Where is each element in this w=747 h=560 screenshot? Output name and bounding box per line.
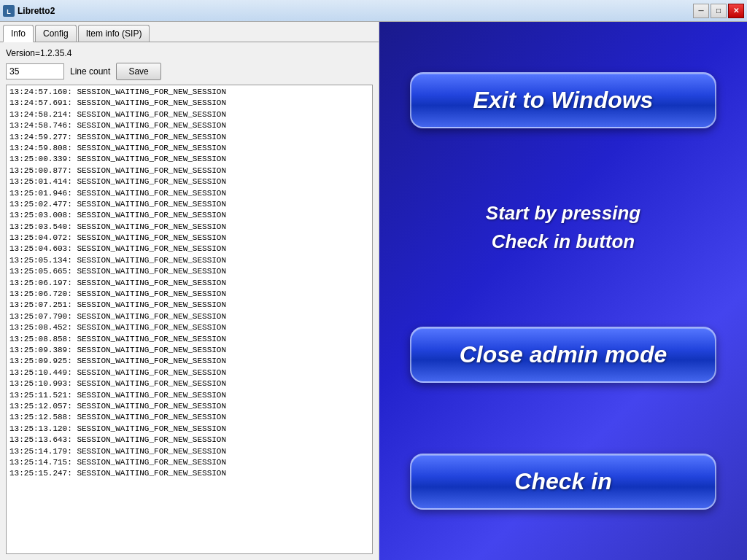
exit-to-windows-button[interactable]: Exit to Windows xyxy=(410,72,716,128)
log-line: 13:24:58.214: SESSION_WAITING_FOR_NEW_SE… xyxy=(9,109,369,120)
log-line: 13:25:03.540: SESSION_WAITING_FOR_NEW_SE… xyxy=(9,222,369,233)
log-line: 13:25:12.588: SESSION_WAITING_FOR_NEW_SE… xyxy=(9,412,369,423)
log-line: 13:25:12.057: SESSION_WAITING_FOR_NEW_SE… xyxy=(9,401,369,412)
log-line: 13:25:13.643: SESSION_WAITING_FOR_NEW_SE… xyxy=(9,435,369,446)
log-line: 13:25:04.603: SESSION_WAITING_FOR_NEW_SE… xyxy=(9,244,369,254)
log-line: 13:25:03.008: SESSION_WAITING_FOR_NEW_SE… xyxy=(9,210,369,221)
log-line: 13:25:05.665: SESSION_WAITING_FOR_NEW_SE… xyxy=(9,266,369,277)
log-line: 13:25:01.414: SESSION_WAITING_FOR_NEW_SE… xyxy=(9,176,369,187)
log-line: 13:25:11.521: SESSION_WAITING_FOR_NEW_SE… xyxy=(9,390,369,401)
log-line: 13:25:14.715: SESSION_WAITING_FOR_NEW_SE… xyxy=(9,457,369,468)
save-button[interactable]: Save xyxy=(116,63,160,80)
tab-bar: Info Config Item info (SIP) xyxy=(0,22,379,42)
main-container: Info Config Item info (SIP) Version=1.2.… xyxy=(0,22,747,560)
tab-item-info[interactable]: Item info (SIP) xyxy=(78,25,150,42)
log-line: 13:25:02.477: SESSION_WAITING_FOR_NEW_SE… xyxy=(9,199,369,210)
log-line: 13:25:13.120: SESSION_WAITING_FOR_NEW_SE… xyxy=(9,424,369,435)
log-line: 13:25:09.389: SESSION_WAITING_FOR_NEW_SE… xyxy=(9,345,369,356)
title-bar: L Libretto2 ─ □ ✕ xyxy=(0,0,747,22)
log-line: 13:25:09.925: SESSION_WAITING_FOR_NEW_SE… xyxy=(9,356,369,367)
version-label: Version=1.2.35.4 xyxy=(6,48,373,58)
log-line: 13:24:58.746: SESSION_WAITING_FOR_NEW_SE… xyxy=(9,120,369,131)
log-line: 13:25:06.720: SESSION_WAITING_FOR_NEW_SE… xyxy=(9,289,369,300)
log-line: 13:24:59.808: SESSION_WAITING_FOR_NEW_SE… xyxy=(9,143,369,154)
log-area[interactable]: 13:24:57.160: SESSION_WAITING_FOR_NEW_SE… xyxy=(6,85,373,554)
log-line: 13:25:01.946: SESSION_WAITING_FOR_NEW_SE… xyxy=(9,188,369,199)
tab-content-info: Version=1.2.35.4 Line count Save 13:24:5… xyxy=(0,42,379,560)
check-in-button[interactable]: Check in xyxy=(410,454,716,510)
log-line: 13:25:10.449: SESSION_WAITING_FOR_NEW_SE… xyxy=(9,368,369,378)
controls-row: Line count Save xyxy=(6,63,373,80)
log-line: 13:25:14.179: SESSION_WAITING_FOR_NEW_SE… xyxy=(9,446,369,457)
tab-config[interactable]: Config xyxy=(35,25,77,42)
right-panel: Exit to Windows Start by pressing Check … xyxy=(379,22,747,560)
line-count-input[interactable] xyxy=(6,63,64,79)
instruction-text: Start by pressing Check in button xyxy=(486,199,640,256)
log-line: 13:24:57.160: SESSION_WAITING_FOR_NEW_SE… xyxy=(9,87,369,98)
tab-info[interactable]: Info xyxy=(3,25,34,42)
log-line: 13:25:06.197: SESSION_WAITING_FOR_NEW_SE… xyxy=(9,278,369,289)
log-line: 13:25:10.993: SESSION_WAITING_FOR_NEW_SE… xyxy=(9,378,369,389)
log-line: 13:25:00.339: SESSION_WAITING_FOR_NEW_SE… xyxy=(9,154,369,165)
minimize-button[interactable]: ─ xyxy=(693,4,709,18)
log-line: 13:25:00.877: SESSION_WAITING_FOR_NEW_SE… xyxy=(9,166,369,176)
close-admin-mode-button[interactable]: Close admin mode xyxy=(410,327,716,383)
maximize-button[interactable]: □ xyxy=(711,4,727,18)
log-line: 13:24:57.691: SESSION_WAITING_FOR_NEW_SE… xyxy=(9,98,369,109)
log-line: 13:25:08.858: SESSION_WAITING_FOR_NEW_SE… xyxy=(9,334,369,345)
log-line: 13:25:08.452: SESSION_WAITING_FOR_NEW_SE… xyxy=(9,322,369,333)
log-line: 13:25:07.790: SESSION_WAITING_FOR_NEW_SE… xyxy=(9,311,369,322)
window-close-button[interactable]: ✕ xyxy=(728,4,744,18)
svg-text:L: L xyxy=(7,8,11,15)
window-title: Libretto2 xyxy=(18,6,55,16)
log-line: 13:25:04.072: SESSION_WAITING_FOR_NEW_SE… xyxy=(9,233,369,244)
app-icon: L xyxy=(3,5,15,17)
title-bar-controls: ─ □ ✕ xyxy=(693,4,744,18)
log-line: 13:25:05.134: SESSION_WAITING_FOR_NEW_SE… xyxy=(9,255,369,266)
line-count-label: Line count xyxy=(70,66,110,77)
log-line: 13:25:07.251: SESSION_WAITING_FOR_NEW_SE… xyxy=(9,300,369,311)
log-line: 13:25:15.247: SESSION_WAITING_FOR_NEW_SE… xyxy=(9,468,369,479)
title-bar-left: L Libretto2 xyxy=(3,5,55,17)
log-line: 13:24:59.277: SESSION_WAITING_FOR_NEW_SE… xyxy=(9,132,369,143)
left-panel: Info Config Item info (SIP) Version=1.2.… xyxy=(0,22,379,560)
